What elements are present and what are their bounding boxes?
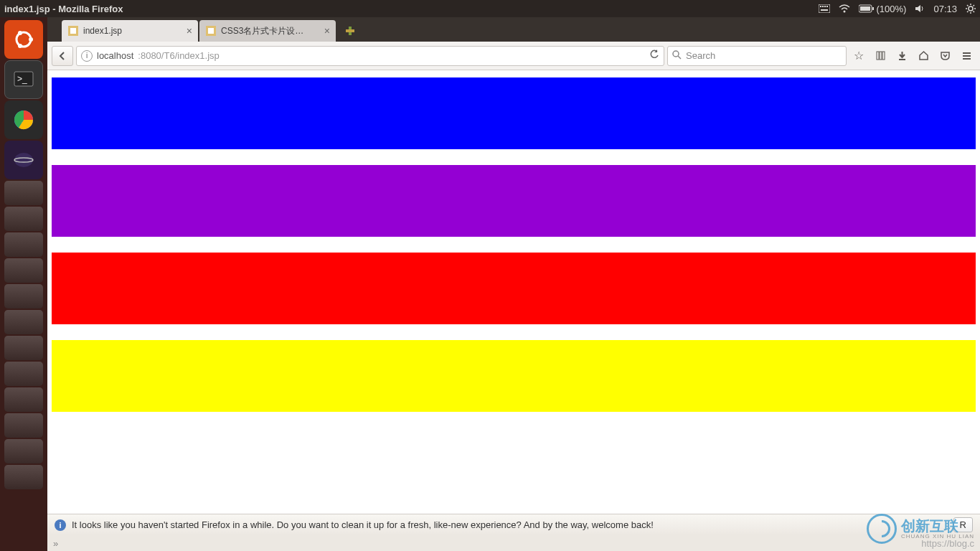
svg-rect-30 (877, 52, 879, 60)
svg-point-13 (18, 31, 22, 35)
volume-icon[interactable] (915, 4, 925, 13)
svg-rect-0 (819, 4, 830, 13)
search-icon (672, 50, 682, 62)
svg-rect-4 (826, 6, 828, 7)
tab-inactive[interactable]: CSS3名片式卡片设… × (199, 20, 336, 42)
svg-point-12 (29, 37, 33, 42)
launcher-eclipse[interactable] (4, 141, 43, 179)
bookmark-star-icon[interactable]: ☆ (849, 47, 868, 65)
svg-rect-2 (822, 6, 824, 7)
launcher-small-apps (4, 181, 43, 489)
new-tab-button[interactable] (340, 22, 360, 39)
launcher-app[interactable] (4, 181, 43, 205)
tab-strip: index1.jsp × CSS3名片式卡片设… × (47, 17, 980, 42)
svg-point-14 (18, 44, 22, 48)
launcher-app[interactable] (4, 207, 43, 231)
firefox-window: index1.jsp × CSS3名片式卡片设… × i localhost:8… (47, 17, 980, 551)
color-bar-purple (52, 165, 976, 237)
url-path: :8080/T6/index1.jsp (138, 50, 219, 61)
system-indicators: (100%) 07:13 (819, 4, 976, 14)
color-bar-blue (52, 77, 976, 149)
page-content (47, 70, 980, 551)
wifi-icon[interactable] (839, 4, 850, 13)
color-bar-yellow (52, 340, 976, 412)
url-bar[interactable]: i localhost:8080/T6/index1.jsp (76, 46, 664, 66)
url-host: localhost (97, 50, 133, 61)
launcher-chrome[interactable] (4, 100, 43, 139)
svg-rect-31 (880, 52, 882, 60)
launcher-app[interactable] (4, 465, 43, 489)
gear-icon[interactable] (966, 4, 976, 14)
launcher-app[interactable] (4, 413, 43, 438)
svg-rect-32 (882, 52, 885, 60)
menu-icon[interactable] (957, 47, 976, 65)
svg-rect-27 (346, 29, 354, 32)
status-url: https://blog.c (921, 538, 974, 549)
back-button[interactable] (52, 46, 73, 66)
svg-rect-23 (70, 28, 76, 34)
tab-close-icon[interactable]: × (324, 25, 330, 37)
downloads-icon[interactable] (892, 47, 911, 65)
launcher-app[interactable] (4, 387, 43, 412)
launcher-app[interactable] (4, 336, 43, 360)
launcher-app[interactable] (4, 284, 43, 309)
launcher-terminal[interactable]: >_ (4, 60, 43, 99)
svg-rect-5 (821, 9, 828, 11)
launcher-dash[interactable] (4, 20, 43, 59)
color-bar-red (52, 253, 976, 324)
keyboard-icon[interactable] (819, 4, 830, 13)
launcher-app[interactable] (4, 439, 43, 463)
tab-favicon-icon (205, 25, 217, 37)
search-placeholder: Search (686, 50, 715, 61)
notice-text: It looks like you haven't started Firefo… (72, 519, 654, 530)
reload-icon[interactable] (649, 50, 659, 62)
launcher-app[interactable] (4, 232, 43, 257)
svg-rect-25 (208, 28, 214, 34)
notice-action-button[interactable]: R (953, 517, 973, 532)
pocket-icon[interactable] (936, 47, 954, 65)
status-line: » https://blog.c (47, 535, 980, 551)
svg-rect-8 (860, 6, 870, 11)
firefox-notice-bar: i It looks like you haven't started Fire… (47, 514, 980, 535)
notice-info-icon: i (55, 519, 66, 531)
svg-point-10 (969, 6, 973, 11)
tab-label: CSS3名片式卡片设… (221, 25, 320, 37)
nav-toolbar: i localhost:8080/T6/index1.jsp Search ☆ (47, 42, 980, 70)
svg-rect-9 (872, 7, 874, 10)
svg-text:>_: >_ (17, 74, 27, 84)
svg-rect-3 (824, 6, 826, 7)
svg-point-28 (673, 51, 679, 57)
window-title: index1.jsp - Mozilla Firefox (4, 4, 123, 14)
system-menubar: index1.jsp - Mozilla Firefox (100%) 07:1… (0, 0, 980, 17)
svg-point-20 (14, 153, 33, 167)
tab-active[interactable]: index1.jsp × (62, 20, 198, 42)
launcher-app[interactable] (4, 258, 43, 283)
site-info-icon[interactable]: i (81, 50, 93, 62)
clock[interactable]: 07:13 (933, 4, 957, 14)
launcher-app[interactable] (4, 310, 43, 334)
search-bar[interactable]: Search (667, 46, 847, 66)
svg-point-6 (843, 11, 845, 13)
status-chevron-icon[interactable]: » (53, 538, 58, 549)
tab-close-icon[interactable]: × (187, 25, 192, 37)
svg-line-29 (678, 56, 681, 59)
launcher-app[interactable] (4, 362, 43, 386)
tab-favicon-icon (67, 25, 79, 37)
battery-indicator[interactable]: (100%) (859, 4, 907, 14)
unity-launcher: >_ (0, 17, 47, 551)
tab-label: index1.jsp (83, 26, 182, 36)
library-icon[interactable] (871, 47, 890, 65)
home-icon[interactable] (914, 47, 933, 65)
svg-rect-1 (820, 6, 821, 7)
